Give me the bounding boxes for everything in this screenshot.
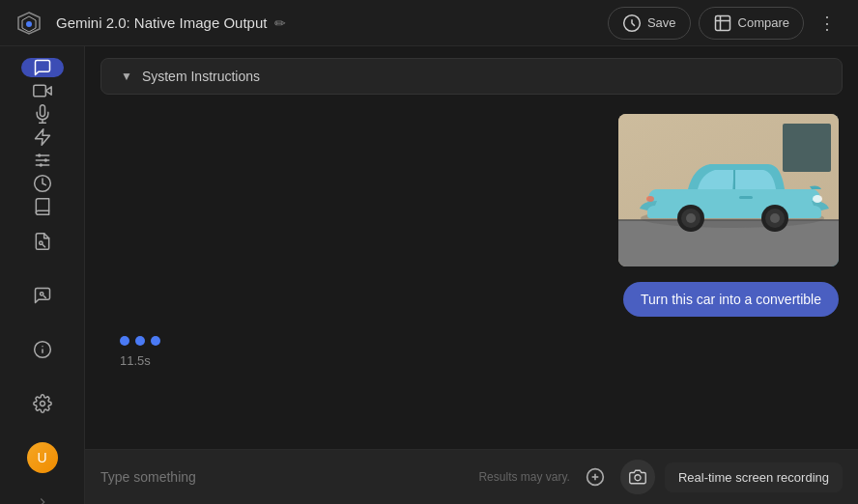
avatar[interactable]: U (21, 436, 64, 479)
sidebar-item-clock[interactable] (21, 174, 64, 193)
svg-rect-32 (739, 196, 753, 199)
system-instructions-label: System Instructions (142, 69, 260, 84)
ai-loading-indicator: 11.5s (104, 336, 839, 368)
info-icon (33, 340, 52, 359)
video-icon (33, 81, 52, 100)
sidebar-bottom: U (21, 220, 64, 504)
system-instructions-bar[interactable]: ▼ System Instructions (100, 58, 843, 95)
content-area: ▼ System Instructions (85, 46, 858, 504)
svg-point-11 (39, 241, 42, 244)
loading-timer: 11.5s (120, 353, 151, 368)
save-button[interactable]: Save (608, 7, 691, 40)
svg-line-14 (43, 295, 45, 297)
compare-icon (713, 14, 732, 33)
settings-icon (33, 394, 52, 413)
dot-3 (151, 336, 160, 346)
tune-icon (33, 151, 52, 170)
svg-marker-3 (35, 129, 49, 146)
svg-point-28 (686, 213, 696, 223)
system-instructions-chevron: ▼ (121, 70, 132, 83)
svg-rect-2 (33, 85, 45, 97)
topbar-actions: Save Compare ⋮ (608, 7, 843, 40)
car-image (618, 114, 839, 266)
svg-point-33 (813, 195, 822, 203)
sidebar: U (0, 46, 85, 504)
results-label: Results may vary. (478, 470, 569, 484)
app-logo (15, 10, 43, 37)
sidebar-item-book[interactable] (21, 197, 64, 216)
chat-icon (33, 58, 52, 77)
svg-line-12 (43, 245, 44, 247)
chat-area: Turn this car into a convertible 11.5s (85, 95, 858, 449)
sidebar-item-chat[interactable] (21, 58, 64, 77)
save-icon (622, 14, 642, 33)
svg-rect-21 (783, 124, 831, 172)
main-layout: U ▼ System Instructions (0, 46, 858, 504)
svg-point-38 (635, 475, 641, 481)
svg-point-8 (43, 158, 46, 161)
plus-circle-icon (586, 467, 605, 487)
sidebar-item-info[interactable] (21, 328, 64, 371)
clock-icon (33, 174, 52, 193)
svg-point-31 (770, 213, 780, 223)
car-illustration (618, 114, 839, 266)
message-input[interactable] (100, 469, 469, 485)
more-options-button[interactable]: ⋮ (812, 8, 843, 39)
svg-point-9 (39, 163, 42, 166)
mic-icon (33, 104, 52, 124)
dot-2 (135, 336, 145, 346)
recording-badge: Real-time screen recording (665, 462, 843, 492)
svg-point-13 (40, 293, 43, 295)
title-text: Gemini 2.0: Native Image Output (56, 14, 267, 31)
car-image-container (104, 114, 839, 266)
sidebar-item-message-search[interactable] (21, 274, 64, 317)
sidebar-item-video[interactable] (21, 81, 64, 100)
add-content-button[interactable] (580, 462, 611, 492)
sidebar-item-mic[interactable] (21, 104, 64, 124)
sidebar-item-settings[interactable] (21, 382, 64, 425)
camera-button[interactable] (620, 460, 655, 494)
bolt-icon (33, 127, 52, 147)
sidebar-item-tune[interactable] (21, 151, 64, 170)
sidebar-item-doc-search[interactable] (21, 220, 64, 263)
message-search-icon (33, 286, 52, 305)
svg-point-18 (40, 402, 44, 406)
edit-icon[interactable]: ✏ (274, 15, 286, 31)
compare-label: Compare (738, 15, 789, 30)
user-message-text: Turn this car into a convertible (623, 282, 839, 317)
svg-point-34 (646, 196, 654, 202)
book-icon (33, 197, 52, 216)
svg-point-0 (26, 21, 32, 27)
save-label: Save (647, 15, 676, 30)
doc-search-icon (33, 232, 52, 251)
dot-1 (120, 336, 129, 346)
svg-marker-1 (45, 87, 51, 95)
loading-dots (120, 336, 160, 346)
camera-icon (629, 468, 646, 486)
sidebar-item-bolt[interactable] (21, 127, 64, 147)
page-title: Gemini 2.0: Native Image Output ✏ (56, 14, 608, 31)
input-bar: Results may vary. Real-time screen recor… (85, 449, 858, 504)
svg-point-7 (38, 154, 41, 156)
sidebar-collapse-arrow[interactable] (21, 490, 64, 504)
topbar: Gemini 2.0: Native Image Output ✏ Save C… (0, 0, 858, 46)
compare-button[interactable]: Compare (699, 7, 804, 40)
user-message-bubble: Turn this car into a convertible (104, 282, 839, 317)
